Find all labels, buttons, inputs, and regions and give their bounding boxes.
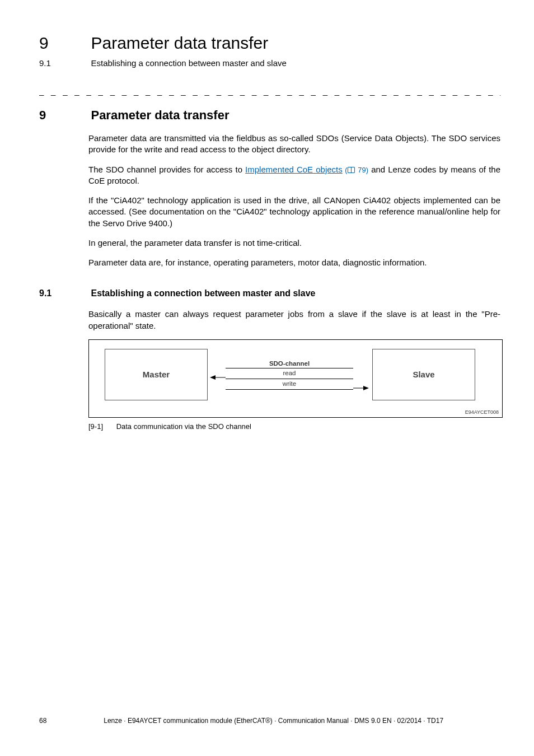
subsection-paragraph-1: Basically a master can always request pa…	[88, 309, 500, 332]
channel-title: SDO-channel	[226, 360, 353, 367]
diagram-frame: Master Slave SDO-channel read write	[88, 339, 503, 418]
slave-node: Slave	[372, 349, 475, 400]
pageref-num: 79)	[355, 166, 368, 174]
figure-caption-text: Data communication via the SDO channel	[116, 422, 251, 431]
coe-objects-pageref[interactable]: ( 79)	[343, 166, 368, 174]
svg-marker-3	[363, 386, 369, 390]
master-label: Master	[143, 370, 170, 379]
footer-text: Lenze · E94AYCET communication module (E…	[39, 717, 500, 725]
arrow-right-icon	[353, 385, 369, 391]
write-label: write	[283, 379, 296, 388]
pageref-open: (	[343, 166, 348, 174]
paragraph-4: In general, the parameter data transfer …	[88, 237, 500, 249]
write-row: write	[226, 379, 353, 390]
master-node: Master	[105, 349, 208, 400]
sdo-channel: SDO-channel read write	[226, 360, 353, 390]
diagram-code: E94AYCET008	[465, 409, 499, 415]
chapter-title: Parameter data transfer	[91, 34, 268, 53]
paragraph-1: Parameter data are transmitted via the f…	[88, 133, 500, 156]
slave-label: Slave	[413, 370, 434, 379]
main-section-title: Parameter data transfer	[91, 108, 229, 123]
svg-marker-1	[210, 375, 216, 380]
paragraph-2a: The SDO channel provides for access to	[88, 165, 245, 174]
coe-objects-link[interactable]: Implemented CoE objects	[245, 165, 343, 174]
arrow-left-icon	[210, 375, 226, 380]
header-section-title: Establishing a connection between master…	[91, 58, 286, 68]
paragraph-5: Parameter data are, for instance, operat…	[88, 257, 500, 268]
chapter-number: 9	[39, 34, 88, 53]
header-section-number: 9.1	[39, 58, 88, 68]
read-label: read	[283, 368, 296, 377]
subsection-title: Establishing a connection between master…	[91, 288, 315, 298]
diagram-container: Master Slave SDO-channel read write	[88, 339, 500, 418]
book-icon	[348, 167, 355, 173]
separator-line: _ _ _ _ _ _ _ _ _ _ _ _ _ _ _ _ _ _ _ _ …	[39, 86, 500, 96]
main-section-number: 9	[39, 108, 88, 123]
figure-caption: [9-1] Data communication via the SDO cha…	[88, 422, 500, 431]
figure-number: [9-1]	[88, 422, 114, 431]
page-footer: 68 Lenze · E94AYCET communication module…	[39, 717, 500, 725]
subsection-number: 9.1	[39, 288, 88, 298]
page-number: 68	[39, 717, 46, 725]
paragraph-2: The SDO channel provides for access to I…	[88, 164, 500, 187]
read-row: read	[226, 368, 353, 379]
paragraph-3: If the "CiA402" technology application i…	[88, 195, 500, 229]
